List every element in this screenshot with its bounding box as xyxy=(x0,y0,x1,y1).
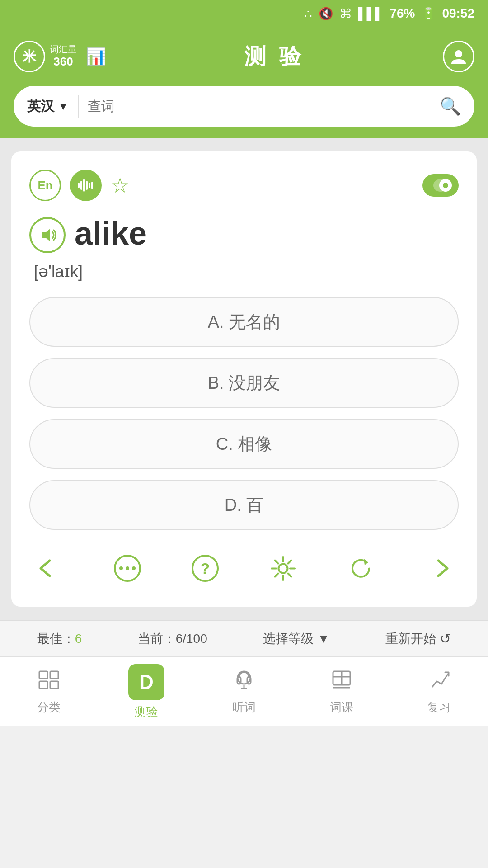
page-title: 测 验 xyxy=(115,42,434,71)
main-content: En ☆ xyxy=(0,138,488,620)
bookmark-star-icon[interactable]: ☆ xyxy=(111,173,129,198)
nav-review[interactable]: 复习 xyxy=(390,669,488,715)
classify-label: 分类 xyxy=(37,699,61,715)
lang-label: 英汉 xyxy=(27,97,54,116)
card-top-icons: En ☆ xyxy=(29,170,459,201)
svg-rect-3 xyxy=(83,179,85,192)
svg-rect-5 xyxy=(89,183,90,188)
more-button[interactable] xyxy=(112,552,143,584)
svg-rect-23 xyxy=(50,681,58,689)
nav-test[interactable]: D 测验 xyxy=(98,664,195,720)
svg-marker-11 xyxy=(42,229,50,241)
svg-rect-21 xyxy=(50,671,58,679)
restart-button[interactable]: 重新开始 ↺ xyxy=(385,630,451,647)
option-b[interactable]: B. 没朋友 xyxy=(29,358,459,408)
eye-toggle-icon[interactable] xyxy=(422,174,459,197)
bluetooth-icon: ∴ xyxy=(304,6,312,21)
review-icon xyxy=(428,669,450,696)
options-list: A. 无名的 B. 没朋友 C. 相像 D. 百 xyxy=(29,297,459,530)
option-d[interactable]: D. 百 xyxy=(29,480,459,530)
time-display: 09:52 xyxy=(442,6,474,21)
search-divider xyxy=(78,95,79,118)
svg-point-13 xyxy=(119,566,123,570)
search-input[interactable] xyxy=(88,99,431,114)
svg-rect-4 xyxy=(86,181,88,190)
wifi-icon: ⌘ xyxy=(339,6,352,21)
svg-marker-19 xyxy=(364,559,368,565)
nav-lesson[interactable]: 词课 xyxy=(293,669,390,715)
review-label: 复习 xyxy=(427,699,451,715)
search-bar: 英汉 ▼ 🔍 xyxy=(14,86,474,127)
lang-dropdown-arrow[interactable]: ▼ xyxy=(58,100,69,113)
nav-classify[interactable]: 分类 xyxy=(0,669,98,715)
next-button[interactable] xyxy=(422,552,454,584)
refresh-button[interactable] xyxy=(345,552,376,584)
phonetic-text: [ə'laɪk] xyxy=(29,262,459,281)
lesson-label: 词课 xyxy=(330,699,353,715)
help-button[interactable]: ? xyxy=(189,552,221,584)
svg-rect-22 xyxy=(39,681,47,689)
prev-button[interactable] xyxy=(34,552,66,584)
test-label: 测验 xyxy=(135,704,158,720)
card-actions: ? xyxy=(29,552,459,584)
svg-point-15 xyxy=(132,566,136,570)
svg-point-0 xyxy=(455,50,462,57)
word-text: alike xyxy=(75,215,147,252)
speaker-button[interactable] xyxy=(29,217,66,253)
option-a[interactable]: A. 无名的 xyxy=(29,297,459,347)
en-badge[interactable]: En xyxy=(29,170,61,201)
vocab-count: 词汇量 360 xyxy=(50,44,77,69)
best-score: 最佳：6 xyxy=(37,630,82,647)
listen-label: 听词 xyxy=(232,699,256,715)
svg-point-10 xyxy=(443,183,448,188)
status-bar: ∴ 🔇 ⌘ ▌▌▌ 76% 🔋 09:52 xyxy=(0,0,488,27)
level-dropdown-arrow: ▼ xyxy=(317,632,330,646)
logo-area: 米 词汇量 360 📊 xyxy=(14,41,106,72)
svg-rect-2 xyxy=(80,181,82,190)
option-c[interactable]: C. 相像 xyxy=(29,419,459,469)
level-selector[interactable]: 选择等级 ▼ xyxy=(263,630,330,647)
nav-listen[interactable]: 听词 xyxy=(195,669,293,715)
classify-icon xyxy=(38,669,60,696)
chart-icon[interactable]: 📊 xyxy=(86,47,106,66)
lang-selector[interactable]: 英汉 ▼ xyxy=(27,97,69,116)
battery-icon: 🔋 xyxy=(421,7,436,21)
search-bar-container: 英汉 ▼ 🔍 xyxy=(0,86,488,138)
search-icon[interactable]: 🔍 xyxy=(440,96,461,116)
restart-icon: ↺ xyxy=(440,631,451,646)
listen-icon xyxy=(233,669,255,696)
quiz-card: En ☆ xyxy=(11,151,477,607)
svg-text:?: ? xyxy=(201,560,210,577)
test-badge: D xyxy=(128,664,164,700)
signal-icon: ▌▌▌ xyxy=(358,7,383,21)
svg-rect-20 xyxy=(39,671,47,679)
settings-button[interactable] xyxy=(267,552,299,584)
mute-icon: 🔇 xyxy=(319,7,333,21)
svg-rect-6 xyxy=(91,182,93,189)
quiz-status-bar: 最佳：6 当前：6/100 选择等级 ▼ 重新开始 ↺ xyxy=(0,620,488,656)
top-nav: 米 词汇量 360 📊 测 验 xyxy=(0,27,488,86)
word-area: alike xyxy=(29,215,459,253)
status-icons: ∴ 🔇 ⌘ ▌▌▌ 76% 🔋 09:52 xyxy=(304,6,474,21)
svg-rect-1 xyxy=(78,183,80,188)
profile-button[interactable] xyxy=(443,41,474,72)
current-score: 当前：6/100 xyxy=(138,630,207,647)
logo-icon: 米 xyxy=(14,41,45,72)
svg-point-14 xyxy=(126,566,129,570)
svg-point-18 xyxy=(278,564,287,573)
lesson-icon xyxy=(330,669,353,696)
battery-text: 76% xyxy=(389,6,415,21)
bottom-nav: 分类 D 测验 听词 词课 xyxy=(0,656,488,726)
audio-wave-icon[interactable] xyxy=(70,170,102,201)
